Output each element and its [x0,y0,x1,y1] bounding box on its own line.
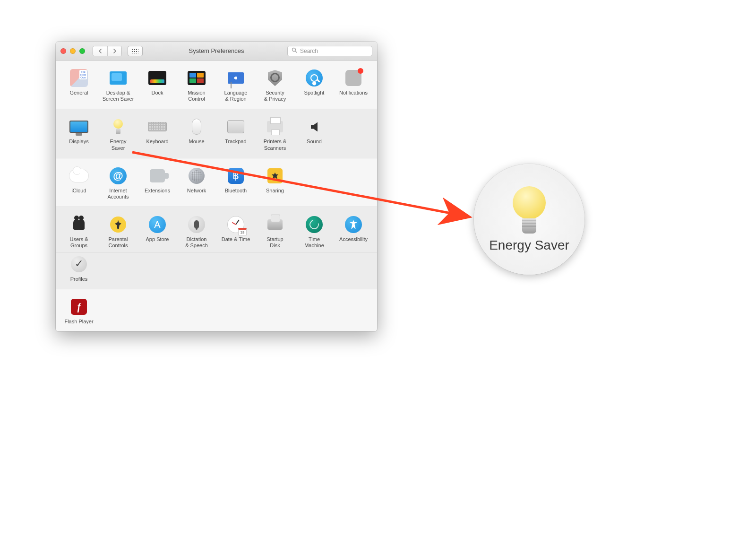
pref-sharing[interactable]: Sharing [256,164,294,201]
mission-control-icon [188,71,206,85]
users-icon [73,219,85,230]
search-field[interactable]: Search [287,46,372,56]
pref-users-groups[interactable]: Users & Groups [60,213,98,250]
general-icon [70,69,88,87]
pref-desktop-screen-saver[interactable]: Desktop & Screen Saver [99,66,137,103]
pref-internet-accounts[interactable]: @Internet Accounts [99,164,137,201]
flash-player-icon: f [71,299,87,315]
pref-notifications[interactable]: Notifications [334,66,373,103]
callout-label: Energy Saver [489,238,569,253]
section-system: Users & Groups Parental Controls AApp St… [56,207,377,252]
security-icon [268,70,282,86]
minimize-button[interactable] [70,48,76,54]
profiles-icon: ✓ [71,256,87,272]
language-icon [228,72,244,84]
icloud-icon [69,170,88,182]
pref-accessibility[interactable]: Accessibility [334,213,373,250]
search-placeholder: Search [300,48,318,54]
pref-trackpad[interactable]: Trackpad [216,115,255,152]
close-button[interactable] [60,48,66,54]
extensions-icon [150,169,165,182]
pref-network[interactable]: Network [177,164,216,201]
displays-icon [69,121,88,133]
titlebar: System Preferences Search [56,42,377,61]
svg-line-1 [295,51,297,52]
section-other: fFlash Player [56,289,377,331]
pref-mission-control[interactable]: Mission Control [177,66,216,103]
pref-sound[interactable]: Sound [295,115,334,152]
system-preferences-window: System Preferences Search General Deskto… [56,42,377,331]
pref-time-machine[interactable]: Time Machine [295,213,334,250]
dock-icon [148,71,166,85]
trackpad-icon [227,120,244,133]
bulb-base-icon [522,218,536,234]
pref-icloud[interactable]: iCloud [60,164,98,201]
window-title: System Preferences [189,47,244,54]
pref-security-privacy[interactable]: Security & Privacy [256,66,294,103]
printers-icon [267,121,283,132]
date-time-icon: 18 [227,216,244,233]
pref-keyboard[interactable]: Keyboard [138,115,177,152]
parental-icon [110,217,126,233]
pref-extensions[interactable]: Extensions [138,164,177,201]
pref-dock[interactable]: Dock [138,66,177,103]
pref-language-region[interactable]: Language & Region [216,66,255,103]
section-internet: iCloud @Internet Accounts Extensions Net… [56,158,377,207]
pref-app-store[interactable]: AApp Store [138,213,177,250]
pref-printers-scanners[interactable]: Printers & Scanners [256,115,294,152]
sound-icon [311,122,318,131]
energy-saver-icon [113,119,123,134]
pref-displays[interactable]: Displays [60,115,98,152]
spotlight-icon [306,69,323,87]
time-machine-icon [306,216,323,233]
forward-button[interactable] [107,46,121,56]
window-controls [60,48,85,54]
search-icon [292,47,297,54]
network-icon [189,168,205,184]
sharing-icon [267,168,283,183]
dictation-icon [188,216,205,233]
accessibility-icon [345,216,362,233]
pref-date-time[interactable]: 18Date & Time [216,213,255,250]
desktop-icon [110,71,127,85]
back-button[interactable] [93,46,107,56]
notifications-icon [345,70,361,86]
nav-back-forward [93,46,122,56]
pref-general[interactable]: General [60,66,98,103]
zoom-button[interactable] [79,48,85,54]
pref-bluetooth[interactable]: ฿Bluetooth [216,164,255,201]
svg-point-0 [292,48,296,52]
section-hardware: Displays Energy Saver Keyboard Mouse Tra… [56,109,377,158]
bluetooth-icon: ฿ [228,168,244,184]
callout-energy-saver: Energy Saver [474,164,584,275]
internet-accounts-icon: @ [110,167,127,184]
app-store-icon: A [149,216,166,233]
section-system-2: ✓Profiles [56,252,377,289]
pref-dictation-speech[interactable]: Dictation & Speech [177,213,216,250]
pref-flash-player[interactable]: fFlash Player [60,295,98,326]
grid-icon [132,49,138,53]
pref-mouse[interactable]: Mouse [177,115,216,152]
mouse-icon [192,119,201,135]
keyboard-icon [148,122,167,131]
pref-energy-saver[interactable]: Energy Saver [99,115,137,152]
lightbulb-icon [513,186,546,219]
pref-startup-disk[interactable]: Startup Disk [256,213,294,250]
pref-parental-controls[interactable]: Parental Controls [99,213,137,250]
pref-profiles[interactable]: ✓Profiles [60,252,98,283]
section-personal: General Desktop & Screen Saver Dock Miss… [56,61,377,109]
startup-disk-icon [267,219,283,230]
pref-spotlight[interactable]: Spotlight [295,66,334,103]
show-all-button[interactable] [128,46,143,56]
